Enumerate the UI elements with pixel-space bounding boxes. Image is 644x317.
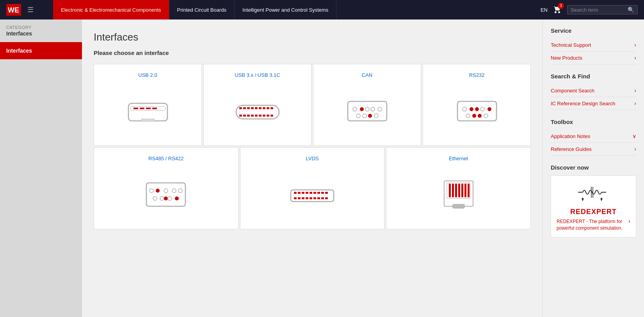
svg-point-31	[360, 107, 364, 111]
svg-rect-18	[263, 107, 265, 109]
svg-rect-8	[146, 108, 151, 109]
svg-rect-25	[255, 115, 258, 117]
svg-rect-27	[263, 115, 265, 117]
tech-support-link[interactable]: Technical Support ›	[551, 39, 636, 51]
svg-point-48	[149, 189, 153, 193]
svg-rect-9	[152, 108, 157, 109]
interface-grid-row2: RS485 / RS422	[94, 147, 531, 229]
tech-support-arrow: ›	[634, 42, 636, 48]
language-selector[interactable]: EN	[541, 7, 548, 13]
card-ethernet-title: Ethernet	[449, 156, 468, 161]
svg-point-35	[356, 114, 360, 118]
svg-rect-15	[251, 107, 254, 109]
search-box[interactable]: 🔍	[567, 5, 638, 14]
svg-rect-68	[294, 197, 297, 199]
card-can[interactable]: CAN	[313, 64, 421, 146]
main-layout: Category Interfaces Interfaces Interface…	[0, 19, 644, 317]
search-icon[interactable]: 🔍	[628, 7, 634, 13]
category-name: Interfaces	[6, 30, 76, 37]
svg-rect-79	[449, 184, 451, 197]
svg-rect-65	[317, 192, 320, 194]
cart-icon[interactable]: 3	[553, 5, 562, 15]
card-can-title: CAN	[362, 72, 372, 78]
svg-rect-23	[247, 115, 250, 117]
category-label: Category	[6, 25, 76, 30]
svg-rect-10	[141, 119, 155, 121]
card-lvds-title: LVDS	[306, 156, 318, 161]
card-can-icon	[342, 84, 393, 138]
ref-guides-link[interactable]: Reference Guides ›	[551, 143, 636, 156]
card-rs232[interactable]: RS232	[423, 64, 531, 146]
toolbox-section: Toolbox Application Notes ∨ Reference Gu…	[551, 119, 636, 156]
svg-point-39	[463, 107, 466, 111]
card-ethernet-icon	[433, 168, 484, 221]
svg-rect-80	[452, 184, 454, 197]
svg-rect-21	[239, 115, 242, 117]
svg-rect-63	[310, 192, 312, 194]
svg-rect-26	[259, 115, 262, 117]
redexpert-link[interactable]: REDEXPERT - The platform for powerful co…	[557, 216, 630, 232]
svg-point-2	[555, 11, 556, 12]
svg-rect-64	[313, 192, 316, 194]
nav-tab-pcb[interactable]: Printed Circuit Boards	[169, 0, 235, 19]
svg-rect-19	[267, 107, 269, 109]
svg-rect-12	[239, 107, 242, 109]
redexpert-logo-icon	[574, 181, 613, 203]
card-rs485[interactable]: RS485 / RS422	[94, 147, 238, 229]
nav-tab-eec[interactable]: Electronic & Electromechanical Component…	[53, 0, 169, 19]
svg-point-54	[160, 197, 164, 200]
hamburger-icon[interactable]: ☰	[27, 5, 34, 14]
svg-point-47	[484, 114, 488, 118]
logo-area: WE ☰	[6, 4, 53, 16]
toolbox-title: Toolbox	[551, 119, 636, 125]
svg-rect-24	[251, 115, 254, 117]
card-usb3-title: USB 3.x / USB 3.1C	[235, 72, 280, 78]
we-logo[interactable]: WE	[6, 4, 21, 16]
card-rs232-icon	[452, 84, 502, 138]
main-content: Interfaces Please choose an interface US…	[82, 19, 543, 317]
header-right: EN 3 🔍	[541, 5, 638, 15]
svg-point-51	[172, 189, 176, 193]
svg-rect-86	[453, 204, 464, 208]
svg-point-30	[353, 107, 357, 111]
svg-marker-95	[582, 198, 584, 201]
svg-rect-72	[310, 197, 312, 199]
svg-rect-13	[243, 107, 246, 109]
card-rs485-title: RS485 / RS422	[148, 156, 183, 161]
svg-point-45	[472, 114, 476, 118]
card-usb2-title: USB 2.0	[138, 72, 157, 78]
search-input[interactable]	[571, 7, 625, 13]
card-lvds[interactable]: LVDS	[240, 147, 385, 229]
component-search-link[interactable]: Component Search ›	[551, 84, 636, 97]
svg-rect-29	[270, 115, 273, 117]
svg-point-34	[378, 107, 382, 111]
card-lvds-icon	[287, 168, 338, 221]
nav-tab-ipcs[interactable]: Intelligent Power and Control Systems	[235, 0, 336, 19]
card-usb2[interactable]: USB 2.0	[94, 64, 202, 146]
card-usb3[interactable]: USB 3.x / USB 3.1C	[203, 64, 311, 146]
svg-rect-75	[321, 197, 324, 199]
ic-reference-link[interactable]: IC Reference Design Search ›	[551, 97, 636, 110]
header: WE ☰ Electronic & Electromechanical Comp…	[0, 0, 644, 19]
service-title: Service	[551, 27, 636, 34]
service-section: Service Technical Support › New Products…	[551, 27, 636, 64]
component-search-arrow: ›	[634, 87, 636, 94]
svg-point-3	[559, 11, 560, 12]
svg-point-40	[470, 107, 473, 111]
sidebar: Category Interfaces Interfaces	[0, 19, 82, 317]
sidebar-item-interfaces[interactable]: Interfaces	[0, 42, 82, 59]
svg-rect-22	[243, 115, 246, 117]
svg-rect-16	[255, 107, 258, 109]
new-products-link[interactable]: New Products ›	[551, 51, 636, 64]
svg-rect-61	[302, 192, 304, 194]
svg-rect-70	[302, 197, 304, 199]
right-panel: Service Technical Support › New Products…	[543, 19, 644, 317]
svg-rect-84	[464, 184, 466, 197]
svg-point-55	[164, 197, 168, 200]
card-ethernet[interactable]: Ethernet	[386, 147, 531, 229]
redexpert-desc: REDEXPERT - The platform for powerful co…	[557, 218, 626, 232]
sidebar-category: Category Interfaces	[0, 19, 82, 41]
svg-point-36	[363, 114, 366, 118]
app-notes-link[interactable]: Application Notes ∨	[551, 130, 636, 143]
svg-rect-76	[325, 197, 328, 199]
